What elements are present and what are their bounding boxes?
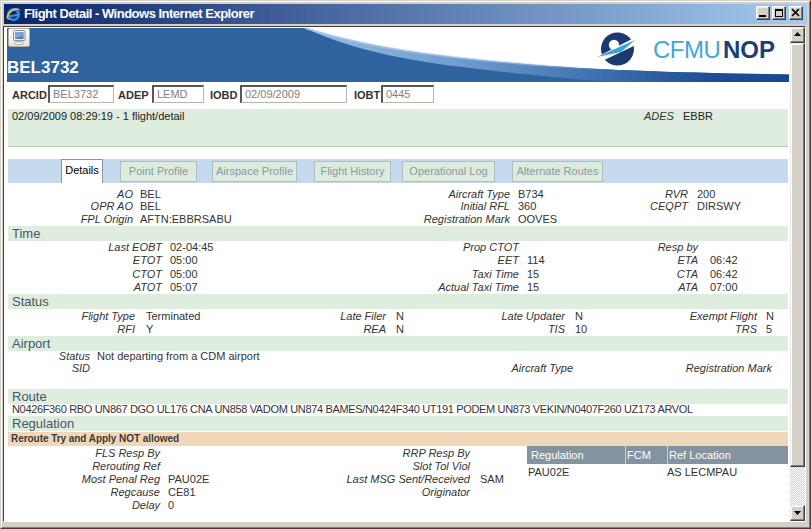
- svg-text:CFMU: CFMU: [653, 36, 720, 63]
- svg-text:NOP: NOP: [723, 36, 775, 63]
